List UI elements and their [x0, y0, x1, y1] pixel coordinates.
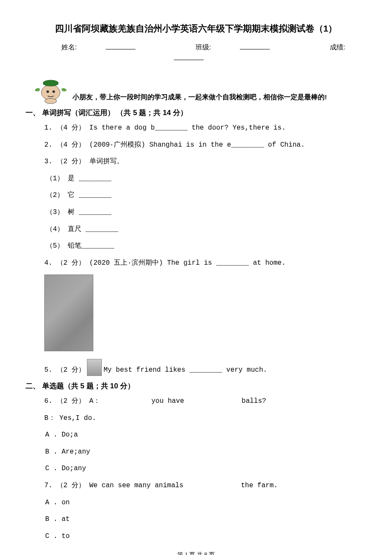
question-5-prefix: 5. （2 分）: [44, 365, 85, 376]
section-1-header: 一、 单词拼写（词汇运用） （共 5 题；共 14 分）: [26, 107, 366, 119]
question-6-option-c[interactable]: C . Do;any: [44, 463, 366, 474]
question-2: 2. （4 分） (2009·广州模拟) Shanghai is in the …: [44, 140, 366, 151]
question-3: 3. （2 分） 单词拼写。: [44, 156, 366, 168]
svg-point-3: [43, 80, 58, 86]
intro-text: 小朋友，带上你一段时间的学习成果，一起来做个自我检测吧，相信你一定是最棒的!: [70, 92, 366, 104]
question-3-sub-3[interactable]: （3） 树 ________: [46, 207, 366, 218]
question-6-a: 6. （2 分） A：you haveballs?: [44, 396, 366, 407]
section-2-header: 二、 单选题（共 5 题；共 10 分）: [26, 380, 366, 392]
mascot-icon: [32, 71, 70, 104]
question-4: 4. （2 分） (2020 五上·滨州期中) The girl is ____…: [44, 258, 366, 269]
question-3-sub-4[interactable]: （4） 直尺 ________: [46, 224, 366, 235]
question-6-option-b[interactable]: B . Are;any: [44, 447, 366, 458]
page-title: 四川省阿坝藏族羌族自治州小学英语六年级下学期期末模拟测试卷（1）: [26, 21, 366, 36]
class-field[interactable]: 班级:: [181, 43, 284, 51]
page-footer: 第 1 页 共 8 页: [26, 550, 366, 555]
svg-point-4: [45, 98, 57, 104]
question-3-sub-5[interactable]: （5） 铅笔________: [46, 241, 366, 252]
question-1: 1. （4 分） Is there a dog b________ the do…: [44, 123, 366, 134]
svg-point-0: [41, 85, 60, 100]
question-3-sub-1[interactable]: （1） 是 ________: [46, 173, 366, 185]
info-line: 姓名: 班级: 成绩:: [26, 42, 366, 64]
question-5: 5. （2 分） My best friend likes ________ v…: [44, 359, 366, 376]
question-6-b: B： Yes,I do.: [44, 413, 366, 424]
question-7-option-a[interactable]: A . on: [44, 497, 366, 509]
question-7-option-b[interactable]: B . at: [44, 514, 366, 525]
name-field[interactable]: 姓名:: [47, 43, 150, 51]
question-7-option-c[interactable]: C . to: [44, 531, 366, 542]
girl-sweeping-image: [44, 275, 93, 351]
svg-point-1: [46, 90, 49, 93]
question-6-option-a[interactable]: A . Do;a: [44, 430, 366, 441]
question-7: 7. （2 分） We can see many animalsthe farm…: [44, 480, 366, 491]
jump-rope-icon: [87, 359, 102, 376]
svg-point-2: [52, 90, 55, 93]
question-3-sub-2[interactable]: （2） 它 ________: [46, 190, 366, 201]
question-5-suffix: My best friend likes ________ very much.: [104, 365, 267, 376]
